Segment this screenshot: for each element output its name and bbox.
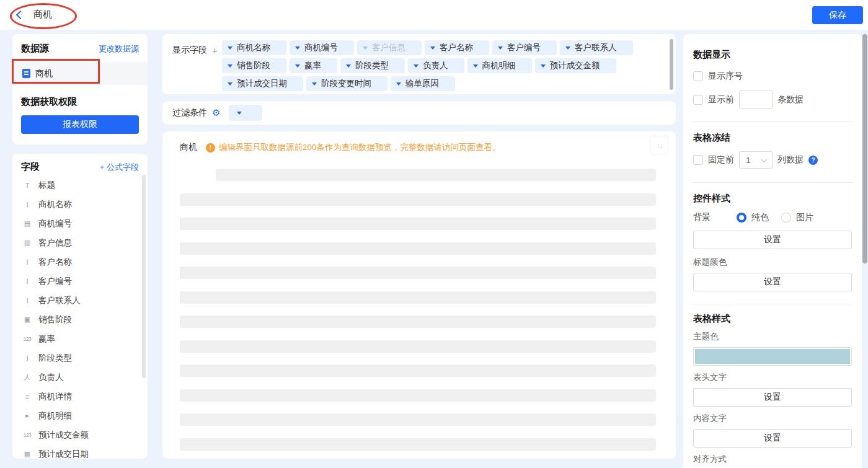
change-datasource-link[interactable]: 更改数据源	[99, 43, 139, 55]
caret-down-icon	[228, 46, 232, 50]
field-tag[interactable]: 商机编号	[290, 40, 354, 55]
fix-columns-select[interactable]: 1	[739, 151, 773, 169]
select-icon: ▣	[21, 316, 33, 324]
skeleton-row	[180, 364, 656, 377]
question-circle-icon[interactable]: ?	[808, 156, 818, 165]
display-field-tags: 商机名称 商机编号 客户信息 客户名称 客户编号 客户联系人 销售阶段 赢率 阶…	[222, 40, 662, 91]
field-item[interactable]: ≡商机详情	[21, 387, 139, 406]
solid-color-radio[interactable]	[737, 213, 746, 223]
field-tag[interactable]: 客户编号	[492, 40, 557, 55]
caret-down-icon	[228, 82, 232, 86]
field-item[interactable]: I客户编号	[21, 272, 139, 291]
sort-button[interactable]: ↑↓	[650, 136, 668, 154]
back-icon[interactable]	[16, 10, 25, 19]
field-tag[interactable]: 商机名称	[222, 40, 286, 55]
field-item[interactable]: 人负责人	[21, 368, 139, 387]
field-item[interactable]: ▤商机编号	[21, 214, 139, 233]
field-tag[interactable]: 销售阶段	[222, 58, 286, 73]
display-fields-scrollbar[interactable]	[670, 39, 673, 90]
field-tag[interactable]: 客户名称	[425, 40, 489, 55]
save-button[interactable]: 保存	[812, 6, 863, 24]
align-label: 对齐方式	[693, 454, 852, 465]
field-item[interactable]: 123赢率	[21, 329, 139, 348]
field-label: 销售阶段	[38, 314, 72, 325]
field-label: 负责人	[38, 372, 64, 383]
skeleton-row	[180, 218, 656, 230]
text-icon: I	[21, 297, 33, 304]
field-tag[interactable]: 阶段变更时间	[306, 76, 388, 91]
field-tag[interactable]: 预计成交金额	[535, 58, 616, 73]
lookup-icon: ▥	[21, 239, 33, 247]
field-label: 赢率	[38, 333, 55, 345]
field-item[interactable]: ▸商机明细	[21, 406, 139, 425]
caret-down-icon	[228, 64, 232, 68]
field-label: 商机名称	[38, 199, 72, 210]
theme-color-swatch	[695, 349, 850, 364]
gear-icon[interactable]: ⚙	[212, 107, 220, 118]
text-icon: I	[21, 201, 33, 208]
content-text-set-button[interactable]: 设置	[693, 429, 852, 448]
add-display-field-button[interactable]: +	[212, 45, 218, 56]
page-scrollbar[interactable]	[862, 34, 867, 263]
field-label: 阶段类型	[38, 353, 72, 364]
field-label: 预计成交金额	[38, 430, 89, 441]
field-item[interactable]: I商机名称	[21, 195, 139, 214]
field-item[interactable]: I客户名称	[21, 252, 139, 272]
top-bar: 商机 保存	[0, 0, 868, 30]
field-label: 标题	[38, 180, 55, 191]
field-item[interactable]: ▣销售阶段	[21, 310, 139, 329]
field-tag[interactable]: 商机明细	[467, 58, 532, 73]
filter-label: 过滤条件	[172, 107, 207, 118]
image-label: 图片	[796, 212, 813, 223]
cols-suffix-label: 列数据	[777, 154, 804, 166]
field-tag[interactable]: 预计成交日期	[222, 76, 303, 91]
report-permission-button[interactable]: 报表权限	[21, 115, 139, 134]
field-item[interactable]: ▦预计成交日期	[21, 444, 139, 459]
fields-scrollbar[interactable]	[142, 175, 146, 378]
fix-columns-checkbox[interactable]	[693, 155, 703, 165]
table-style-title: 表格样式	[693, 313, 852, 325]
caret-down-icon	[473, 64, 478, 68]
caret-down-icon	[237, 112, 242, 115]
page-title: 商机	[33, 9, 52, 20]
filter-dropdown[interactable]	[229, 105, 262, 121]
display-fields-label: 显示字段	[172, 45, 207, 56]
settings-panel: 数据显示 显示序号 显示前 条数据 表格冻结 固定前 1 列数据 ? 控件样式 …	[683, 34, 862, 468]
background-set-button[interactable]: 设置	[693, 231, 852, 249]
detail-icon: ≡	[21, 393, 33, 400]
preview-panel: 商机 ! 编辑界面只取数据源前200条作为查询数据预览，完整数据请访问页面查看。…	[162, 131, 676, 459]
caret-down-icon	[396, 82, 401, 86]
show-index-checkbox[interactable]	[693, 71, 703, 81]
widget-style-title: 控件样式	[693, 193, 852, 205]
permission-title: 数据获取权限	[21, 96, 139, 108]
add-formula-field-link[interactable]: + 公式字段	[100, 162, 139, 173]
skeleton-row	[180, 291, 656, 304]
image-radio[interactable]	[781, 213, 791, 223]
display-fields-panel: 显示字段 + 商机名称 商机编号 客户信息 客户名称 客户编号 客户联系人 销售…	[162, 34, 676, 94]
caret-down-icon	[295, 64, 300, 68]
caret-down-icon	[498, 46, 503, 50]
rows-count-input[interactable]	[739, 91, 773, 109]
caret-down-icon	[346, 64, 351, 68]
field-item[interactable]: 123预计成交金额	[21, 425, 139, 444]
field-tag[interactable]: 负责人	[408, 58, 464, 73]
datasource-panel: 数据源 更改数据源 商机 数据获取权限 报表权限	[12, 34, 148, 144]
show-first-checkbox[interactable]	[693, 95, 703, 105]
field-item[interactable]: T标题	[21, 175, 139, 195]
field-tag[interactable]: 赢率	[290, 58, 337, 73]
skeleton-row	[216, 169, 656, 181]
fix-columns-value: 1	[746, 156, 751, 165]
show-first-label: 显示前	[708, 94, 734, 105]
field-item[interactable]: ▥客户信息	[21, 233, 139, 252]
field-item[interactable]: I阶段类型	[21, 348, 139, 368]
field-item[interactable]: I客户联系人	[21, 291, 139, 310]
field-tag[interactable]: 客户联系人	[560, 40, 633, 55]
datasource-item[interactable]: 商机	[12, 62, 148, 85]
skeleton-row	[180, 389, 656, 402]
field-tag[interactable]: 输单原因	[391, 76, 455, 91]
theme-color-picker[interactable]	[693, 347, 852, 366]
title-color-set-button[interactable]: 设置	[693, 273, 852, 291]
field-tag[interactable]: 阶段类型	[340, 58, 405, 73]
header-text-set-button[interactable]: 设置	[693, 388, 852, 407]
skeleton-row	[180, 413, 656, 426]
